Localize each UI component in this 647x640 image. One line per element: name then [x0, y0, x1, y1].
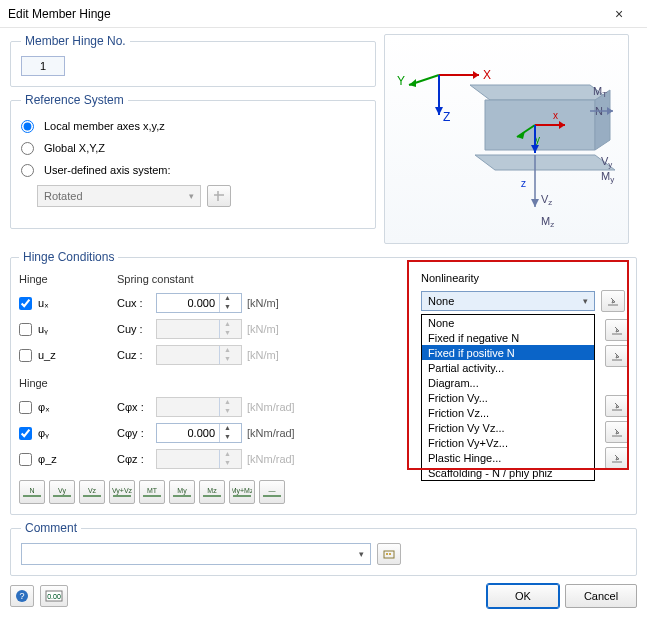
quick-hinge-button-3[interactable]: Vy+Vz — [109, 480, 135, 504]
radio-user-input[interactable] — [21, 164, 34, 177]
units-button[interactable]: 0.00 — [40, 585, 68, 607]
radio-global-axes[interactable]: Global X,Y,Z — [21, 137, 365, 159]
help-button[interactable]: ? — [10, 585, 34, 607]
member-no-label: Member Hinge No. — [21, 34, 130, 48]
svg-text:z: z — [521, 178, 526, 189]
trans-spin-uy: ▲▼ — [156, 319, 242, 339]
close-icon[interactable]: × — [599, 6, 639, 22]
nonlinearity-column: Nonlinearity None NoneFixed if negative … — [415, 270, 629, 471]
nonlinearity-edit-pz-button[interactable] — [605, 447, 629, 469]
svg-text:N: N — [29, 487, 34, 494]
quick-hinge-button-4[interactable]: MT — [139, 480, 165, 504]
svg-rect-42 — [173, 495, 191, 497]
spin-up-icon: ▲ — [220, 398, 235, 407]
svg-text:My: My — [177, 487, 187, 495]
trans-spin-input-ux[interactable] — [157, 294, 219, 312]
quick-hinge-button-6[interactable]: Mz — [199, 480, 225, 504]
radio-user-axes[interactable]: User-defined axis system: — [21, 159, 365, 181]
svg-rect-46 — [233, 495, 251, 497]
comment-combo[interactable] — [21, 543, 371, 565]
trans-label-uy: uᵧ — [38, 323, 74, 336]
rot-checkbox-pz[interactable] — [19, 453, 32, 466]
quick-hinge-button-1[interactable]: Vy — [49, 480, 75, 504]
rot-spin-px: ▲▼ — [156, 397, 242, 417]
spin-up-icon[interactable]: ▲ — [220, 294, 235, 303]
rot-spin-input-px — [157, 398, 219, 416]
trans-checkbox-ux[interactable] — [19, 297, 32, 310]
rot-unit-px: [kNm/rad] — [247, 401, 309, 413]
trans-checkbox-uz[interactable] — [19, 349, 32, 362]
nonlinearity-edit-uz-button[interactable] — [605, 345, 629, 367]
rot-label-px: φₓ — [38, 401, 74, 414]
trans-checkbox-uy[interactable] — [19, 323, 32, 336]
spin-down-icon: ▼ — [220, 459, 235, 468]
header-spring: Spring constant — [117, 273, 285, 285]
quick-hinge-button-2[interactable]: Vz — [79, 480, 105, 504]
trans-spin-uz: ▲▼ — [156, 345, 242, 365]
ok-button[interactable]: OK — [487, 584, 559, 608]
user-axis-select: Rotated — [37, 185, 201, 207]
svg-rect-44 — [203, 495, 221, 497]
trans-label-ux: uₓ — [38, 297, 74, 310]
svg-text:Vy: Vy — [58, 487, 66, 495]
svg-text:x: x — [553, 110, 558, 121]
nonlinearity-edit-uy-button[interactable] — [605, 319, 629, 341]
rot-spin-py[interactable]: ▲▼ — [156, 423, 242, 443]
svg-marker-11 — [475, 155, 615, 170]
spin-down-icon: ▼ — [220, 407, 235, 416]
spin-down-icon[interactable]: ▼ — [220, 303, 235, 312]
titlebar: Edit Member Hinge × — [0, 0, 647, 28]
rot-label-pz: φ_z — [38, 453, 74, 465]
rot-label-py: φᵧ — [38, 427, 74, 440]
reference-system-legend: Reference System — [21, 93, 128, 107]
nonlinearity-edit-ux-button[interactable] — [601, 290, 625, 312]
nonlinearity-select-ux[interactable]: None — [421, 291, 595, 311]
member-no-input[interactable] — [21, 56, 65, 76]
svg-text:0.00: 0.00 — [47, 593, 61, 600]
quick-hinge-button-0[interactable]: N — [19, 480, 45, 504]
radio-global-input[interactable] — [21, 142, 34, 155]
trans-label-uz: u_z — [38, 349, 74, 361]
svg-rect-32 — [23, 495, 41, 497]
trans-spin-ux[interactable]: ▲▼ — [156, 293, 242, 313]
svg-marker-7 — [435, 107, 443, 115]
quick-hinge-button-8[interactable]: — — [259, 480, 285, 504]
quick-hinge-button-5[interactable]: My — [169, 480, 195, 504]
spin-up-icon[interactable]: ▲ — [220, 424, 235, 433]
svg-rect-51 — [386, 553, 388, 555]
comment-pick-button[interactable] — [377, 543, 401, 565]
rot-checkbox-px[interactable] — [19, 401, 32, 414]
svg-text:Vz: Vz — [88, 487, 97, 494]
svg-text:My+Mz: My+Mz — [232, 487, 252, 495]
svg-rect-36 — [83, 495, 101, 497]
svg-text:Y: Y — [397, 74, 405, 88]
header-nonlinearity: Nonlinearity — [415, 270, 629, 288]
spin-up-icon: ▲ — [220, 450, 235, 459]
rot-unit-pz: [kNm/rad] — [247, 453, 309, 465]
quick-hinge-button-7[interactable]: My+Mz — [229, 480, 255, 504]
svg-text:Vz: Vz — [541, 193, 552, 207]
svg-text:X: X — [483, 68, 491, 82]
svg-marker-12 — [595, 90, 610, 150]
comment-group: Comment — [10, 521, 637, 576]
user-axis-select-value: Rotated — [44, 190, 83, 202]
svg-text:Vy+Vz: Vy+Vz — [112, 487, 132, 495]
svg-marker-28 — [531, 199, 539, 207]
nonlinearity-edit-py-button[interactable] — [605, 421, 629, 443]
spin-down-icon[interactable]: ▼ — [220, 433, 235, 442]
trans-clabel-uz: Cuz : — [117, 349, 153, 361]
trans-unit-uy: [kN/m] — [247, 323, 309, 335]
cancel-button[interactable]: Cancel — [565, 584, 637, 608]
trans-unit-ux: [kN/m] — [247, 297, 309, 309]
radio-local-axes[interactable]: Local member axes x,y,z — [21, 115, 365, 137]
svg-rect-52 — [389, 553, 391, 555]
nonlinearity-select-ux-value: None — [428, 295, 454, 307]
nonlinearity-edit-px-button[interactable] — [605, 395, 629, 417]
rot-spin-input-py[interactable] — [157, 424, 219, 442]
radio-local-input[interactable] — [21, 120, 34, 133]
comment-legend: Comment — [21, 521, 81, 535]
svg-text:My: My — [601, 170, 614, 184]
svg-rect-48 — [263, 495, 281, 497]
rot-checkbox-py[interactable] — [19, 427, 32, 440]
rot-clabel-py: Cφy : — [117, 427, 153, 439]
